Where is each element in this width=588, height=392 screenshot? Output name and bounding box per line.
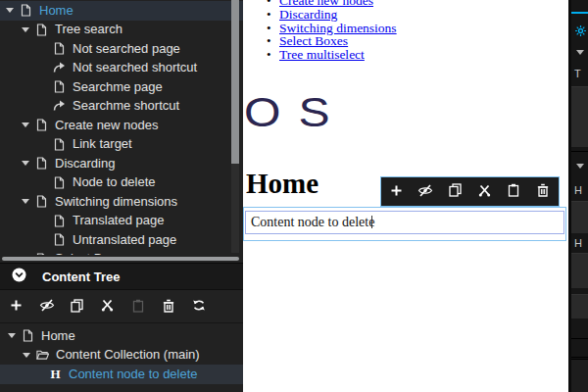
paste-button[interactable]	[122, 291, 153, 323]
tree-node-label: Node to delete	[73, 175, 156, 189]
scissors-icon	[478, 184, 491, 200]
tree-node-label: Select Boxes	[55, 252, 129, 255]
chevron-circle-down-icon[interactable]	[12, 268, 26, 286]
copy-icon	[449, 183, 462, 200]
document-icon	[35, 23, 48, 36]
contenttree-node-content-collection[interactable]: Content Collection (main)	[0, 346, 243, 366]
site-logo: OS	[244, 88, 347, 136]
refresh-button[interactable]	[183, 291, 214, 323]
paste-button[interactable]	[499, 177, 528, 206]
pagetree-vertical-scrollbar[interactable]	[231, 0, 239, 253]
pagetree-node-translated-page[interactable]: Translated page	[0, 212, 243, 231]
hide-node-button[interactable]	[411, 177, 440, 206]
folder-open-icon	[36, 348, 49, 362]
content-tree-header[interactable]: Content Tree	[0, 263, 243, 290]
document-icon	[53, 214, 66, 227]
preview-link-discarding[interactable]: Discarding	[279, 7, 337, 22]
divider	[571, 151, 588, 152]
tree-node-label: Content Collection (main)	[56, 348, 200, 362]
pagetree-node-not-searched-shortcut[interactable]: Not searched shortcut	[0, 59, 243, 78]
contenttree-node-content-node-to-delete[interactable]: H Content node to delete	[0, 365, 243, 384]
scrollbar-thumb[interactable]	[231, 0, 239, 164]
tree-node-label: Translated page	[73, 214, 164, 227]
content-tree: Home Content Collection (main) H Content…	[0, 326, 243, 384]
pagetree-node-node-to-delete[interactable]: Node to delete	[0, 173, 243, 193]
page-tree: Home Tree search Not searched page Not s…	[0, 0, 243, 255]
preview-link-switching-dimensions[interactable]: Switching dimensions	[279, 21, 397, 35]
caret-down-icon[interactable]	[22, 161, 29, 166]
tree-node-label: Untranslated page	[73, 233, 176, 247]
caret-down-icon[interactable]	[23, 353, 30, 358]
list-item: Tree multiselect	[267, 48, 397, 62]
caret-down-icon[interactable]	[6, 8, 14, 13]
scissors-icon	[101, 299, 114, 315]
caret-down-icon[interactable]	[22, 27, 29, 32]
pagetree-node-select-boxes[interactable]: Select Boxes	[0, 250, 243, 256]
caret-down-icon[interactable]	[22, 122, 29, 127]
pagetree-node-searchme-shortcut[interactable]: Searchme shortcut	[0, 97, 243, 117]
delete-node-button[interactable]	[528, 177, 558, 206]
gear-icon[interactable]	[571, 23, 588, 40]
inspector-active-tab-underline	[571, 12, 588, 14]
selected-content-node[interactable]: Content node to delete	[245, 211, 564, 234]
content-tree-toolbar	[0, 291, 243, 323]
trash-icon	[537, 183, 549, 200]
pagetree-node-discarding[interactable]: Discarding	[0, 154, 243, 173]
copy-button[interactable]	[62, 291, 92, 323]
pagetree-node-searchme-page[interactable]: Searchme page	[0, 77, 243, 97]
tree-node-label: Link target	[73, 137, 132, 151]
document-icon	[53, 137, 66, 151]
add-node-button[interactable]	[1, 291, 31, 323]
tree-node-label: Tree search	[55, 23, 122, 36]
tree-node-label: Home	[41, 329, 75, 343]
copy-button[interactable]	[440, 177, 469, 206]
document-icon	[20, 4, 32, 18]
preview-link-tree-multiselect[interactable]: Tree multiselect	[279, 47, 365, 62]
property-label: H	[571, 237, 588, 249]
pagetree-node-tree-search[interactable]: Tree search	[0, 21, 243, 40]
refresh-icon	[192, 299, 206, 315]
content-tree-title: Content Tree	[42, 270, 120, 284]
hide-node-button[interactable]	[31, 291, 62, 323]
plus-icon	[390, 184, 403, 200]
title-input[interactable]	[571, 86, 588, 147]
tree-node-label: Home	[39, 4, 74, 18]
list-item: Select Boxes	[267, 34, 397, 48]
inline-node-toolbar	[380, 176, 560, 207]
caret-down-icon[interactable]	[22, 199, 29, 204]
page-title[interactable]: Home	[246, 168, 318, 200]
divider	[571, 357, 588, 358]
pagetree-node-not-searched-page[interactable]: Not searched page	[0, 39, 243, 59]
property-input[interactable]	[571, 253, 588, 288]
content-preview-canvas: Create new nodes Discarding Switching di…	[243, 0, 568, 392]
tree-node-label: Searchme page	[73, 80, 163, 94]
caret-down-icon[interactable]	[8, 333, 16, 338]
inspector-panel: T H H	[568, 0, 588, 392]
property-input[interactable]	[571, 201, 588, 233]
section-collapse-icon[interactable]	[571, 50, 588, 55]
add-node-button[interactable]	[381, 177, 411, 206]
pagetree-node-home[interactable]: Home	[0, 1, 243, 21]
headline-h-icon: H	[49, 367, 62, 382]
text-cursor	[371, 216, 372, 228]
property-input[interactable]	[571, 294, 588, 318]
tree-node-label: Not searched page	[73, 42, 180, 56]
pagetree-node-untranslated-page[interactable]: Untranslated page	[0, 230, 243, 250]
content-node-text: Content node to delete	[251, 215, 374, 229]
pagetree-node-switching-dimensions[interactable]: Switching dimensions	[0, 192, 243, 212]
delete-node-button[interactable]	[153, 291, 183, 323]
document-icon	[35, 195, 48, 209]
tree-node-label: Discarding	[55, 157, 115, 171]
pagetree-node-link-target[interactable]: Link target	[0, 135, 243, 155]
list-item: Discarding	[267, 8, 397, 22]
cut-button[interactable]	[469, 177, 499, 206]
copy-icon	[71, 299, 83, 316]
cut-button[interactable]	[92, 291, 122, 323]
pagetree-horizontal-scrollbar[interactable]	[2, 257, 239, 261]
contenttree-node-home[interactable]: Home	[0, 326, 243, 346]
content-collection-outline: Content node to delete	[243, 207, 566, 241]
plus-icon	[10, 299, 23, 315]
pagetree-node-create-new-nodes[interactable]: Create new nodes	[0, 116, 243, 135]
section-collapse-icon[interactable]	[571, 164, 588, 169]
preview-link-select-boxes[interactable]: Select Boxes	[279, 33, 348, 48]
